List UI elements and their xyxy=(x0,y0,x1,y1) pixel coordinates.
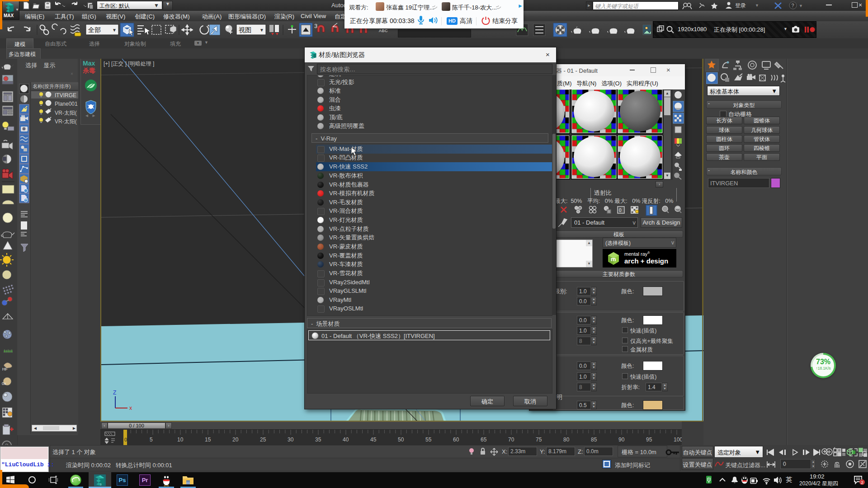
svg-text:x: x xyxy=(129,405,132,410)
svg-text:40: 40 xyxy=(343,436,349,443)
svg-text:25: 25 xyxy=(260,436,266,443)
svg-text:视图: 视图 xyxy=(239,26,251,33)
svg-text:10: 10 xyxy=(177,436,184,443)
svg-text:▼: ▼ xyxy=(112,28,117,33)
svg-text:95: 95 xyxy=(646,436,652,443)
svg-text:55: 55 xyxy=(425,436,432,443)
svg-text:15: 15 xyxy=(205,436,211,443)
svg-text:全部: 全部 xyxy=(88,26,101,33)
svg-text:45: 45 xyxy=(370,436,377,443)
svg-text:▼: ▼ xyxy=(799,4,803,8)
svg-text:75: 75 xyxy=(536,436,542,443)
svg-text:90: 90 xyxy=(618,436,625,443)
svg-text:35: 35 xyxy=(315,436,321,443)
svg-text:0x: 0x xyxy=(2,381,6,386)
svg-text:0: 0 xyxy=(124,437,127,442)
svg-text:80: 80 xyxy=(563,436,570,443)
svg-text:65: 65 xyxy=(481,436,487,443)
svg-text:50: 50 xyxy=(398,436,404,443)
svg-text:85: 85 xyxy=(591,436,597,443)
svg-text:▼: ▼ xyxy=(259,28,264,33)
svg-text:m: m xyxy=(611,256,616,263)
svg-text:Z: Z xyxy=(113,390,116,396)
svg-text:▼: ▼ xyxy=(755,3,759,8)
svg-text:?: ? xyxy=(792,3,794,8)
svg-text:20: 20 xyxy=(232,436,239,443)
svg-text:100: 100 xyxy=(674,436,682,443)
svg-text:5: 5 xyxy=(150,436,153,443)
svg-text:2: 2 xyxy=(861,480,863,485)
svg-text:30: 30 xyxy=(288,436,294,443)
svg-text:70: 70 xyxy=(508,436,514,443)
svg-text:登录: 登录 xyxy=(735,2,746,9)
svg-text:HF: HF xyxy=(2,367,8,371)
svg-text:3: 3 xyxy=(314,23,317,29)
svg-text:60: 60 xyxy=(453,436,459,443)
svg-text:0: 0 xyxy=(619,208,622,213)
